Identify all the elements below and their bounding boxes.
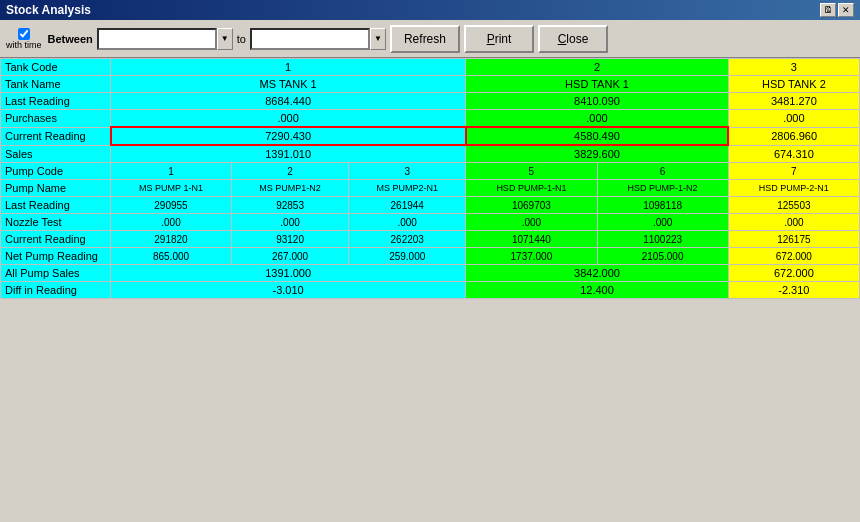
purchases-label: Purchases	[1, 110, 111, 128]
pump5-nozzle-test: .000	[466, 214, 597, 231]
pump5-last-reading: 1069703	[466, 197, 597, 214]
tank1-diff-reading: -3.010	[111, 282, 466, 299]
pump3-net-reading: 259.000	[349, 248, 466, 265]
tank-code-label: Tank Code	[1, 59, 111, 76]
net-pump-reading-label: Net Pump Reading	[1, 248, 111, 265]
window-controls: 🖻 ✕	[820, 3, 854, 17]
tank3-sales: 674.310	[728, 145, 859, 163]
tank2-diff-reading: 12.400	[466, 282, 728, 299]
date-to-dropdown[interactable]: ▼	[370, 28, 386, 50]
pump2-code: 2	[232, 163, 349, 180]
pump1-net-reading: 865.000	[111, 248, 232, 265]
tank1-current-reading: 7290.430	[111, 127, 466, 145]
tank3-diff-reading: -2.310	[728, 282, 859, 299]
between-label: Between	[48, 33, 93, 45]
pump6-current-reading: 1100223	[597, 231, 728, 248]
stock-analysis-table: Tank Code 1 2 3 Tank Name MS TANK 1 HSD …	[0, 58, 860, 299]
tank3-current-reading: 2806.960	[728, 127, 859, 145]
tank2-all-pump-sales: 3842.000	[466, 265, 728, 282]
with-time-label: with time	[6, 40, 42, 50]
tank-name-label: Tank Name	[1, 76, 111, 93]
tank3-last-reading: 3481.270	[728, 93, 859, 110]
restore-button[interactable]: 🖻	[820, 3, 836, 17]
pump7-current-reading: 126175	[728, 231, 859, 248]
sales-label: Sales	[1, 145, 111, 163]
tank2-name: HSD TANK 1	[466, 76, 728, 93]
date-from-dropdown[interactable]: ▼	[217, 28, 233, 50]
window-close-button[interactable]: ✕	[838, 3, 854, 17]
tank2-code: 2	[466, 59, 728, 76]
date-to-combo[interactable]: 02/07/2014 ▼	[250, 28, 386, 50]
pump5-current-reading: 1071440	[466, 231, 597, 248]
date-from-combo[interactable]: 02/07/2014 ▼	[97, 28, 233, 50]
pump1-name: MS PUMP 1-N1	[111, 180, 232, 197]
pump-current-reading-label: Current Reading	[1, 231, 111, 248]
tank1-last-reading: 8684.440	[111, 93, 466, 110]
tank1-code: 1	[111, 59, 466, 76]
pump-last-reading-label: Last Reading	[1, 197, 111, 214]
main-content: Tank Code 1 2 3 Tank Name MS TANK 1 HSD …	[0, 58, 860, 522]
pump6-last-reading: 1098118	[597, 197, 728, 214]
date-to-input[interactable]: 02/07/2014	[250, 28, 370, 50]
pump2-nozzle-test: .000	[232, 214, 349, 231]
print-button[interactable]: Print	[464, 25, 534, 53]
current-reading-label: Current Reading	[1, 127, 111, 145]
tank2-purchases: .000	[466, 110, 728, 128]
date-from-input[interactable]: 02/07/2014	[97, 28, 217, 50]
tank2-current-reading: 4580.490	[466, 127, 728, 145]
tank1-name: MS TANK 1	[111, 76, 466, 93]
close-button[interactable]: Close	[538, 25, 608, 53]
tank3-all-pump-sales: 672.000	[728, 265, 859, 282]
last-reading-label: Last Reading	[1, 93, 111, 110]
tank3-name: HSD TANK 2	[728, 76, 859, 93]
tank1-purchases: .000	[111, 110, 466, 128]
pump1-code: 1	[111, 163, 232, 180]
pump6-net-reading: 2105.000	[597, 248, 728, 265]
pump5-net-reading: 1737.000	[466, 248, 597, 265]
tank3-code: 3	[728, 59, 859, 76]
pump6-nozzle-test: .000	[597, 214, 728, 231]
pump3-code: 3	[349, 163, 466, 180]
refresh-button[interactable]: Refresh	[390, 25, 460, 53]
pump6-code: 6	[597, 163, 728, 180]
diff-in-reading-label: Diff in Reading	[1, 282, 111, 299]
to-label: to	[237, 33, 246, 45]
pump3-current-reading: 262203	[349, 231, 466, 248]
pump7-nozzle-test: .000	[728, 214, 859, 231]
pump1-nozzle-test: .000	[111, 214, 232, 231]
pump5-name: HSD PUMP-1-N1	[466, 180, 597, 197]
pump1-current-reading: 291820	[111, 231, 232, 248]
pump2-last-reading: 92853	[232, 197, 349, 214]
with-time-checkbox[interactable]	[18, 28, 30, 40]
pump-name-label: Pump Name	[1, 180, 111, 197]
window-title: Stock Analysis	[6, 3, 91, 17]
pump7-code: 7	[728, 163, 859, 180]
nozzle-test-label: Nozzle Test	[1, 214, 111, 231]
tank1-sales: 1391.010	[111, 145, 466, 163]
tank2-last-reading: 8410.090	[466, 93, 728, 110]
tank3-purchases: .000	[728, 110, 859, 128]
tank2-sales: 3829.600	[466, 145, 728, 163]
pump3-name: MS PUMP2-N1	[349, 180, 466, 197]
pump-code-label: Pump Code	[1, 163, 111, 180]
pump3-nozzle-test: .000	[349, 214, 466, 231]
pump3-last-reading: 261944	[349, 197, 466, 214]
pump2-current-reading: 93120	[232, 231, 349, 248]
tank1-all-pump-sales: 1391.000	[111, 265, 466, 282]
all-pump-sales-label: All Pump Sales	[1, 265, 111, 282]
pump5-code: 5	[466, 163, 597, 180]
pump7-net-reading: 672.000	[728, 248, 859, 265]
pump2-name: MS PUMP1-N2	[232, 180, 349, 197]
pump1-last-reading: 290955	[111, 197, 232, 214]
pump2-net-reading: 267.000	[232, 248, 349, 265]
pump7-name: HSD PUMP-2-N1	[728, 180, 859, 197]
pump7-last-reading: 125503	[728, 197, 859, 214]
pump6-name: HSD PUMP-1-N2	[597, 180, 728, 197]
